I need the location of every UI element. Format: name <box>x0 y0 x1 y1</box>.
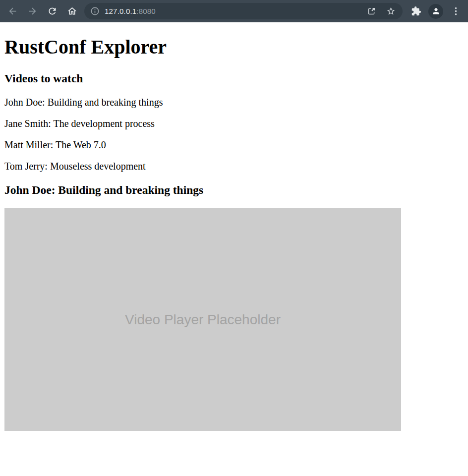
videos-to-watch-heading: Videos to watch <box>4 72 464 85</box>
forward-button[interactable] <box>24 3 41 20</box>
kebab-menu-icon <box>451 6 461 16</box>
site-info-icon[interactable] <box>90 6 100 16</box>
page-content: RustConf Explorer Videos to watch John D… <box>0 36 468 431</box>
profile-avatar-icon <box>428 4 443 19</box>
url-text: 127.0.0.1:8080 <box>105 7 367 15</box>
share-icon[interactable] <box>367 6 376 16</box>
address-bar[interactable]: 127.0.0.1:8080 <box>84 3 403 19</box>
video-list-item[interactable]: John Doe: Building and breaking things <box>4 97 464 108</box>
reload-button[interactable] <box>44 3 60 20</box>
video-list: John Doe: Building and breaking thingsJa… <box>4 97 464 172</box>
profile-button[interactable] <box>427 3 444 20</box>
reload-icon <box>47 6 58 16</box>
video-list-item[interactable]: Matt Miller: The Web 7.0 <box>4 139 464 151</box>
back-button[interactable] <box>4 3 21 20</box>
back-arrow-icon <box>7 6 18 16</box>
page-title: RustConf Explorer <box>4 36 464 59</box>
home-button[interactable] <box>63 3 80 20</box>
extensions-button[interactable] <box>408 3 424 20</box>
forward-arrow-icon <box>27 6 38 16</box>
video-list-item[interactable]: Tom Jerry: Mouseless development <box>4 161 464 172</box>
extensions-puzzle-icon <box>411 6 421 16</box>
video-player-placeholder-text: Video Player Placeholder <box>125 312 281 328</box>
browser-toolbar: 127.0.0.1:8080 <box>0 0 468 22</box>
selected-video-heading: John Doe: Building and breaking things <box>4 183 464 197</box>
video-list-item[interactable]: Jane Smith: The development process <box>4 118 464 129</box>
menu-button[interactable] <box>447 3 464 20</box>
bookmark-star-icon[interactable] <box>386 6 396 16</box>
home-icon <box>67 6 77 16</box>
video-player-placeholder: Video Player Placeholder <box>4 208 401 431</box>
